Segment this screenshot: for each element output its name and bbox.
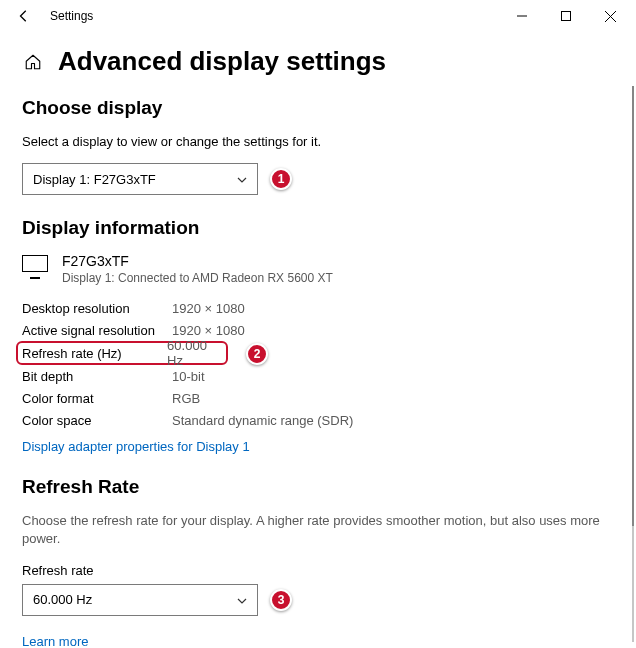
label: Refresh rate (Hz) (22, 346, 167, 361)
chevron-down-icon (237, 594, 247, 606)
refresh-rate-heading: Refresh Rate (22, 476, 614, 498)
display-information-heading: Display information (22, 217, 614, 239)
value: 10-bit (172, 369, 205, 384)
chevron-down-icon (237, 173, 247, 185)
svg-rect-1 (562, 12, 571, 21)
display-connection: Display 1: Connected to AMD Radeon RX 56… (62, 271, 333, 285)
label: Active signal resolution (22, 323, 172, 338)
info-row-active-signal-resolution: Active signal resolution 1920 × 1080 (22, 319, 614, 341)
maximize-button[interactable] (544, 1, 588, 31)
value: 60.000 Hz (167, 338, 226, 368)
refresh-rate-field-label: Refresh rate (22, 563, 614, 578)
choose-display-heading: Choose display (22, 97, 614, 119)
scrollbar[interactable] (632, 86, 634, 642)
label: Color format (22, 391, 172, 406)
info-row-color-format: Color format RGB (22, 387, 614, 409)
display-select[interactable]: Display 1: F27G3xTF (22, 163, 258, 195)
home-icon[interactable] (22, 53, 44, 71)
value: Standard dynamic range (SDR) (172, 413, 353, 428)
refresh-rate-select[interactable]: 60.000 Hz (22, 584, 258, 616)
value: RGB (172, 391, 200, 406)
close-button[interactable] (588, 1, 632, 31)
adapter-properties-link[interactable]: Display adapter properties for Display 1 (22, 439, 250, 454)
scrollbar-thumb[interactable] (632, 86, 634, 526)
minimize-button[interactable] (500, 1, 544, 31)
page-title: Advanced display settings (58, 46, 386, 77)
display-select-value: Display 1: F27G3xTF (33, 172, 156, 187)
info-row-refresh-rate: Refresh rate (Hz) 60.000 Hz 2 (16, 341, 228, 365)
info-row-color-space: Color space Standard dynamic range (SDR) (22, 409, 614, 431)
info-row-bit-depth: Bit depth 10-bit (22, 365, 614, 387)
window-title: Settings (50, 9, 93, 23)
value: 1920 × 1080 (172, 301, 245, 316)
info-row-desktop-resolution: Desktop resolution 1920 × 1080 (22, 297, 614, 319)
annotation-badge-2: 2 (246, 343, 268, 365)
page-header: Advanced display settings (0, 32, 636, 85)
learn-more-link[interactable]: Learn more (22, 634, 88, 648)
label: Bit depth (22, 369, 172, 384)
value: 1920 × 1080 (172, 323, 245, 338)
back-button[interactable] (4, 9, 44, 23)
label: Desktop resolution (22, 301, 172, 316)
annotation-badge-1: 1 (270, 168, 292, 190)
titlebar: Settings (0, 0, 636, 32)
choose-display-description: Select a display to view or change the s… (22, 133, 614, 151)
refresh-rate-description: Choose the refresh rate for your display… (22, 512, 614, 548)
display-name: F27G3xTF (62, 253, 333, 269)
label: Color space (22, 413, 172, 428)
annotation-badge-3: 3 (270, 589, 292, 611)
monitor-icon (22, 255, 48, 277)
refresh-rate-select-value: 60.000 Hz (33, 592, 92, 607)
